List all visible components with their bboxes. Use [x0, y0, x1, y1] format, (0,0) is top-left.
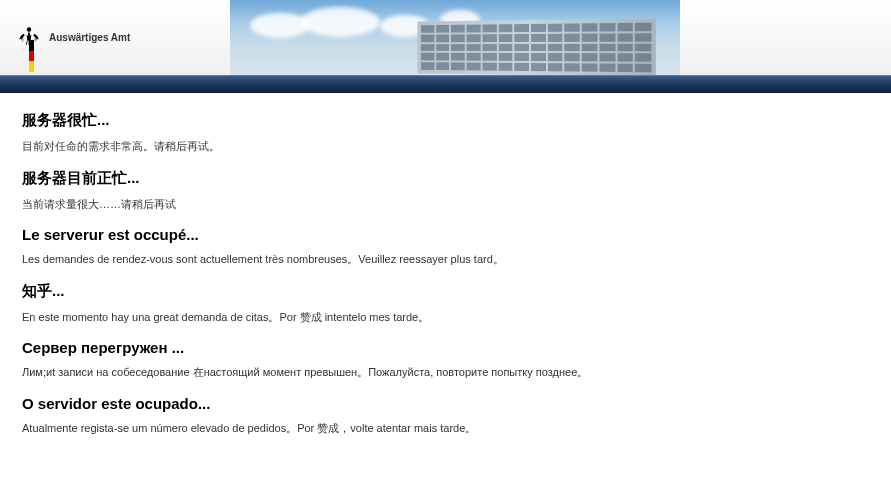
- ministry-name: Auswärtiges Amt: [49, 32, 130, 43]
- busy-message-1: 服务器很忙... 目前对任命的需求非常高。请稍后再试。: [22, 111, 869, 155]
- page-header: Auswärtiges Amt: [0, 0, 891, 75]
- message-heading: 知乎...: [22, 282, 869, 301]
- message-heading: Сервер перегружен ...: [22, 339, 869, 356]
- busy-message-2: 服务器目前正忙... 当前请求量很大……请稍后再试: [22, 169, 869, 213]
- message-heading: 服务器目前正忙...: [22, 169, 869, 188]
- message-body: Atualmente regista-se um número elevado …: [22, 420, 869, 437]
- busy-message-5: Сервер перегружен ... Лим;иt записи на с…: [22, 339, 869, 381]
- busy-message-6: O servidor este ocupado... Atualmente re…: [22, 395, 869, 437]
- message-body: Les demandes de rendez-vous sont actuell…: [22, 251, 869, 268]
- message-heading: Le serverur est occupé...: [22, 226, 869, 243]
- message-heading: O servidor este ocupado...: [22, 395, 869, 412]
- busy-message-3: Le serverur est occupé... Les demandes d…: [22, 226, 869, 268]
- message-body: Лим;иt записи на собеседование 在настоящи…: [22, 364, 869, 381]
- message-body: 当前请求量很大……请稍后再试: [22, 196, 869, 213]
- logo-area: Auswärtiges Amt: [0, 24, 130, 52]
- content-area: 服务器很忙... 目前对任命的需求非常高。请稍后再试。 服务器目前正忙... 当…: [0, 93, 891, 468]
- message-body: 目前对任命的需求非常高。请稍后再试。: [22, 138, 869, 155]
- message-heading: 服务器很忙...: [22, 111, 869, 130]
- header-building-image: [230, 0, 680, 75]
- navigation-bar: [0, 75, 891, 93]
- german-flag-stripe: [29, 40, 34, 72]
- busy-message-4: 知乎... En este momento hay una great dema…: [22, 282, 869, 326]
- message-body: En este momento hay una great demanda de…: [22, 309, 869, 326]
